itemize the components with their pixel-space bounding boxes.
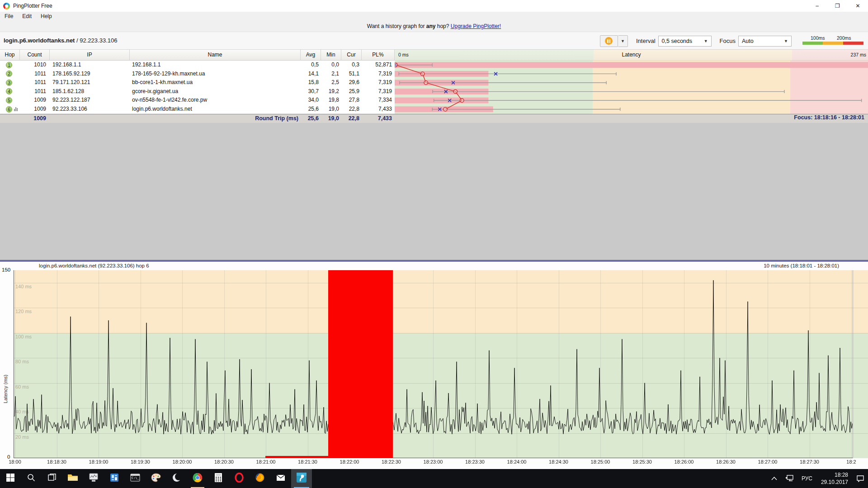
- target-ip: 92.223.33.106: [80, 37, 117, 44]
- network-icon[interactable]: [781, 469, 797, 488]
- hop-ip: 192.168.1.1: [52, 61, 81, 70]
- legend-red-segment: [843, 42, 863, 45]
- focus-select[interactable]: Auto ▼: [738, 36, 792, 47]
- x-axis-label: 18:23:30: [465, 459, 485, 465]
- hop-pl: 7,319: [359, 78, 392, 87]
- taskbar-calculator-button[interactable]: [208, 469, 229, 488]
- taskbar-tiles-app-button[interactable]: [104, 469, 125, 488]
- legend-200ms-label: 200ms: [837, 35, 851, 41]
- hop-avg: 25,6: [298, 105, 319, 114]
- col-header-pl[interactable]: PL%: [362, 50, 395, 61]
- hop-ip: 178.165.92.129: [52, 70, 90, 79]
- hop-ip: 79.171.120.121: [52, 78, 90, 87]
- language-indicator[interactable]: РУС: [797, 469, 816, 488]
- target-separator: /: [75, 37, 80, 44]
- menu-item-help[interactable]: Help: [36, 12, 57, 21]
- command-prompt-icon: C:\_: [130, 474, 140, 483]
- col-header-count[interactable]: Count: [20, 50, 50, 61]
- taskbar-file-explorer-button[interactable]: [62, 469, 83, 488]
- hop-name: 178-165-92-129-kh.maxnet.ua: [132, 70, 205, 79]
- windows-taskbar: C:\_ РУС 18:28 29.10.2017: [0, 469, 868, 488]
- taskbar-chrome-button[interactable]: [187, 469, 208, 488]
- taskbar-search-button[interactable]: [21, 469, 42, 488]
- taskbar-task-view-button[interactable]: [42, 469, 62, 488]
- window-title: PingPlotter Free: [13, 3, 52, 9]
- x-axis-label: 18:20:30: [214, 459, 234, 465]
- hop-ip: 185.1.62.128: [52, 87, 84, 96]
- hop-cur: 27,8: [339, 96, 359, 105]
- pingplotter-logo-icon: [3, 3, 10, 9]
- system-tray: РУС 18:28 29.10.2017: [767, 469, 868, 488]
- hop-name: 192.168.1.1: [132, 61, 160, 70]
- taskbar-clock[interactable]: 18:28 29.10.2017: [816, 471, 853, 486]
- menu-item-file[interactable]: File: [0, 12, 18, 21]
- file-explorer-icon: [67, 473, 78, 484]
- round-trip-count: 1009: [20, 114, 46, 123]
- minimize-button[interactable]: –: [807, 0, 827, 12]
- hop-count: 1009: [20, 105, 46, 114]
- interval-label: Interval: [636, 38, 656, 44]
- chevron-down-icon: ▼: [784, 39, 788, 43]
- hop-pl: 7,334: [359, 96, 392, 105]
- taskbar-mail-button[interactable]: [270, 469, 291, 488]
- calculator-icon: [214, 473, 222, 484]
- maximize-button[interactable]: ❐: [827, 0, 848, 12]
- taskbar-start-button[interactable]: [0, 469, 21, 488]
- target-host: login.p6.worldoftanks.net: [4, 37, 75, 44]
- hop-number-badge: 1: [6, 62, 12, 68]
- col-header-name[interactable]: Name: [130, 50, 301, 61]
- col-header-avg[interactable]: Avg: [301, 50, 321, 61]
- col-header-cur[interactable]: Cur: [341, 50, 362, 61]
- taskbar-system-monitor-button[interactable]: [83, 469, 104, 488]
- hop-min: 0,0: [319, 61, 339, 70]
- x-axis-label: 18:24:30: [549, 459, 568, 465]
- tray-chevron-up-icon[interactable]: [767, 469, 781, 488]
- hop-min: 19,2: [319, 87, 339, 96]
- interval-select[interactable]: 0,5 seconds ▼: [658, 36, 712, 47]
- focus-range-label: Focus: 18:18:16 - 18:28:01: [794, 114, 864, 121]
- hop-ip: 92.223.33.106: [52, 105, 87, 114]
- hop-cur: 22,8: [339, 105, 359, 114]
- menu-item-edit[interactable]: Edit: [18, 12, 36, 21]
- taskbar-firefox-button[interactable]: [250, 469, 270, 488]
- upgrade-link[interactable]: Upgrade PingPlotter!: [451, 23, 501, 29]
- focus-label: Focus: [720, 38, 736, 44]
- hop-pl: 7,319: [359, 87, 392, 96]
- hop-min: 2,5: [319, 78, 339, 87]
- menubar: File Edit Help: [0, 12, 868, 21]
- latency-timeline-plot[interactable]: 140 ms120 ms100 ms80 ms60 ms40 ms20 ms: [14, 270, 868, 458]
- x-axis-label: 18:26:00: [675, 459, 694, 465]
- x-axis-label: 18:23:00: [424, 459, 443, 465]
- x-axis-label: 18:18:30: [47, 459, 66, 465]
- paint-icon: [151, 473, 161, 484]
- latency-chart: [395, 61, 868, 114]
- taskbar-paint-button[interactable]: [146, 469, 166, 488]
- round-trip-cur: 22,8: [339, 114, 359, 123]
- hop-number-badge: 6: [6, 106, 12, 113]
- hop-name: gcore-ix.giganet.ua: [132, 87, 178, 96]
- action-center-icon[interactable]: [853, 469, 868, 488]
- clock-date: 29.10.2017: [821, 479, 848, 486]
- pause-dropdown-button[interactable]: ▼: [618, 35, 628, 47]
- taskbar-pingplotter-button[interactable]: [291, 469, 312, 488]
- taskbar-opera-button[interactable]: [229, 469, 250, 488]
- x-axis-label: 18:22:30: [382, 459, 401, 465]
- taskbar-command-prompt-button[interactable]: C:\_: [125, 469, 146, 488]
- average-latency-marker: [424, 81, 428, 84]
- col-header-min[interactable]: Min: [321, 50, 341, 61]
- col-header-hop[interactable]: Hop: [0, 50, 20, 61]
- round-trip-row: 1009 Round Trip (ms) 25,6 19,0 22,8 7,43…: [0, 114, 868, 123]
- x-axis-label: 18:25:30: [632, 459, 652, 465]
- trace-table-header: Hop Count IP Name Avg Min Cur PL% 0 ms L…: [0, 50, 868, 61]
- x-axis-label: 18:24:00: [507, 459, 527, 465]
- legend-yellow-segment: [823, 42, 843, 45]
- col-header-ip[interactable]: IP: [50, 50, 130, 61]
- taskbar-crescent-app-button[interactable]: [166, 469, 187, 488]
- close-button[interactable]: ✕: [848, 0, 868, 12]
- hop-pl: 52,871: [359, 61, 392, 70]
- interval-value: 0,5 seconds: [662, 38, 692, 44]
- x-axis-label: 18:20:00: [173, 459, 192, 465]
- pause-button[interactable]: [600, 35, 618, 47]
- firefox-icon: [255, 473, 265, 484]
- plot-border-r: [853, 270, 853, 458]
